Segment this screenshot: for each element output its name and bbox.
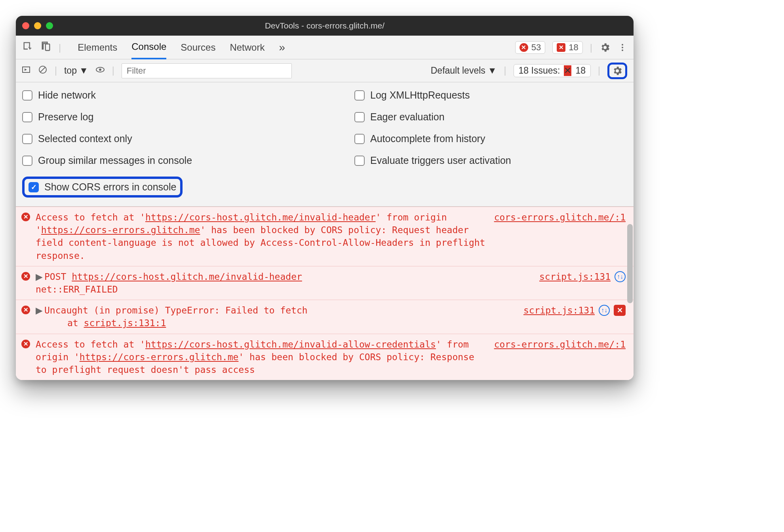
log-entry[interactable]: ✕ Access to fetch at 'https://cors-host.… (16, 207, 634, 266)
checkbox[interactable] (22, 112, 32, 122)
setting-autocomplete-history[interactable]: Autocomplete from history (354, 133, 627, 144)
issue-count-badge[interactable]: ✕ 18 (552, 41, 582, 54)
log-entry[interactable]: ✕ ▶Uncaught (in promise) TypeError: Fail… (16, 300, 634, 333)
expand-icon[interactable]: ▶ (36, 270, 43, 283)
tab-network[interactable]: Network (230, 36, 265, 59)
traffic-lights (22, 22, 53, 29)
svg-point-1 (622, 44, 623, 46)
log-url[interactable]: https://cors-errors.glitch.me (80, 352, 239, 362)
setting-eval-user-activation[interactable]: Evaluate triggers user activation (354, 155, 627, 166)
log-stack: at script.js:131:1 (36, 317, 626, 329)
issue-chip-icon[interactable]: ✕ (614, 305, 626, 316)
setting-hide-network[interactable]: Hide network (22, 89, 295, 101)
setting-log-xhr[interactable]: Log XMLHttpRequests (354, 89, 627, 101)
error-icon: ✕ (21, 213, 30, 221)
checkbox[interactable] (354, 112, 365, 122)
setting-label: Log XMLHttpRequests (370, 89, 470, 101)
svg-rect-0 (46, 44, 50, 50)
settings-gear-icon[interactable] (599, 42, 611, 53)
checkbox[interactable] (354, 90, 365, 101)
log-source-link[interactable]: script.js:131 (539, 270, 611, 283)
error-count: 53 (531, 42, 541, 53)
kebab-menu-icon[interactable] (618, 43, 627, 52)
svg-point-2 (622, 47, 623, 48)
minimize-window-button[interactable] (34, 22, 41, 29)
issue-count: 18 (569, 42, 578, 53)
clear-console-icon[interactable] (38, 65, 48, 77)
log-entry[interactable]: ✕ ▶POST https://cors-host.glitch.me/inva… (16, 266, 634, 300)
log-source-link[interactable]: cors-errors.glitch.me/:1 (494, 211, 626, 224)
setting-preserve-log[interactable]: Preserve log (22, 111, 295, 123)
log-levels-label: Default levels (431, 65, 485, 76)
checkbox[interactable] (22, 156, 32, 166)
inspect-icon[interactable] (22, 41, 33, 54)
setting-label: Selected context only (38, 133, 132, 144)
log-message: Access to fetch at 'https://cors-host.gl… (36, 338, 489, 376)
svg-point-8 (99, 68, 101, 71)
setting-eager-eval[interactable]: Eager evaluation (354, 111, 627, 123)
filter-input[interactable] (122, 63, 292, 78)
log-url[interactable]: https://cors-host.glitch.me/invalid-head… (72, 272, 302, 282)
error-icon: ✕ (519, 43, 528, 52)
console-settings-panel: Hide network Log XMLHttpRequests Preserv… (16, 82, 634, 207)
setting-label: Evaluate triggers user activation (370, 155, 511, 166)
issues-label: 18 Issues: (519, 65, 560, 76)
initiator-icon[interactable]: ↑↓ (615, 271, 626, 282)
svg-point-3 (622, 49, 623, 51)
checkbox[interactable] (354, 134, 365, 144)
log-url[interactable]: https://cors-host.glitch.me/invalid-head… (145, 212, 376, 222)
devtools-window: DevTools - cors-errors.glitch.me/ | Elem… (16, 16, 634, 380)
setting-label: Hide network (38, 89, 96, 101)
setting-label: Group similar messages in console (38, 155, 192, 166)
tab-more[interactable]: » (279, 36, 285, 59)
expand-icon[interactable]: ▶ (36, 304, 43, 317)
log-entry[interactable]: ✕ Access to fetch at 'https://cors-host.… (16, 334, 634, 380)
log-message: ▶POST https://cors-host.glitch.me/invali… (36, 270, 530, 283)
setting-label: Autocomplete from history (370, 133, 485, 144)
tab-elements[interactable]: Elements (78, 36, 117, 59)
error-icon: ✕ (21, 306, 30, 314)
checkbox[interactable] (22, 90, 32, 101)
window-title: DevTools - cors-errors.glitch.me/ (16, 21, 634, 30)
svg-line-6 (40, 67, 45, 72)
chevron-down-icon: ▼ (488, 65, 497, 76)
setting-label: Show CORS errors in console (44, 181, 176, 193)
checkbox[interactable] (29, 182, 39, 192)
scrollbar[interactable] (627, 224, 633, 303)
context-selector[interactable]: top ▼ (64, 65, 88, 76)
issue-icon: ✕ (564, 65, 571, 76)
console-settings-gear-icon[interactable] (607, 63, 627, 79)
setting-group-similar[interactable]: Group similar messages in console (22, 155, 295, 166)
main-toolbar: | Elements Console Sources Network » ✕ 5… (16, 36, 634, 59)
issues-counter[interactable]: 18 Issues: ✕ 18 (514, 64, 591, 77)
chevron-down-icon: ▼ (79, 65, 88, 76)
error-count-badge[interactable]: ✕ 53 (515, 41, 545, 54)
log-source-link[interactable]: script.js:131 (523, 304, 595, 317)
log-source-link[interactable]: cors-errors.glitch.me/:1 (494, 338, 626, 351)
sidebar-toggle-icon[interactable] (21, 65, 31, 77)
titlebar: DevTools - cors-errors.glitch.me/ (16, 16, 634, 36)
live-expression-icon[interactable] (95, 65, 105, 77)
log-levels-selector[interactable]: Default levels ▼ (431, 65, 497, 76)
checkbox[interactable] (354, 156, 365, 166)
device-toggle-icon[interactable] (40, 41, 51, 54)
tab-sources[interactable]: Sources (181, 36, 215, 59)
log-message: ▶Uncaught (in promise) TypeError: Failed… (36, 304, 514, 317)
setting-show-cors-errors[interactable]: Show CORS errors in console (22, 177, 183, 198)
log-url[interactable]: https://cors-host.glitch.me/invalid-allo… (145, 339, 436, 350)
console-log-area: ✕ Access to fetch at 'https://cors-host.… (16, 207, 634, 380)
zoom-window-button[interactable] (46, 22, 53, 29)
close-window-button[interactable] (22, 22, 29, 29)
log-message: Access to fetch at 'https://cors-host.gl… (36, 211, 489, 262)
log-url[interactable]: https://cors-errors.glitch.me (41, 225, 200, 235)
initiator-icon[interactable]: ↑↓ (599, 305, 610, 316)
issue-icon: ✕ (557, 43, 565, 52)
context-label: top (64, 65, 77, 76)
tab-console[interactable]: Console (131, 36, 166, 59)
error-icon: ✕ (21, 272, 30, 281)
setting-selected-context[interactable]: Selected context only (22, 133, 295, 144)
console-toolbar: | top ▼ | Default levels ▼ | 18 Issues: … (16, 59, 634, 82)
checkbox[interactable] (22, 134, 32, 144)
log-url[interactable]: script.js:131:1 (84, 318, 166, 328)
setting-label: Preserve log (38, 111, 93, 123)
